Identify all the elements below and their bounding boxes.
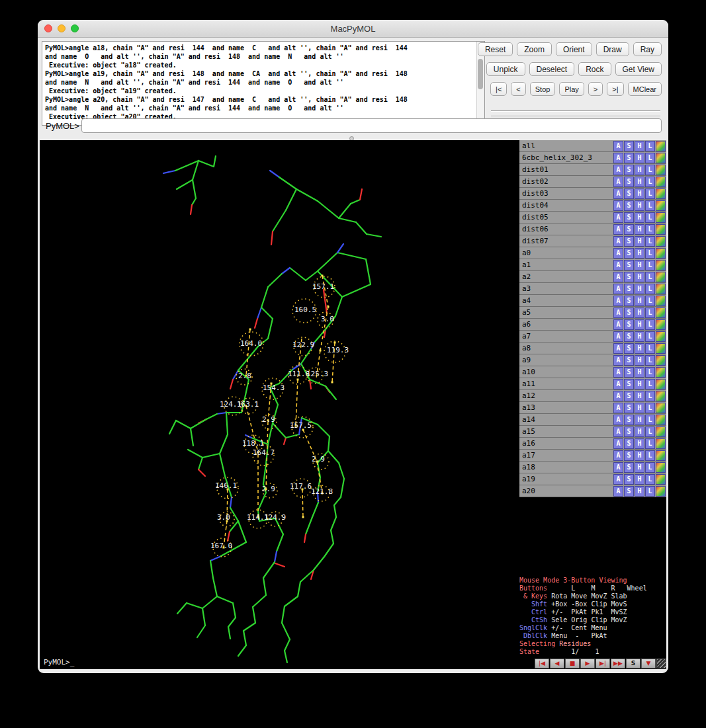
object-name[interactable]: dist03 xyxy=(519,189,613,198)
object-name[interactable]: a16 xyxy=(519,439,613,448)
object-s-button[interactable]: S xyxy=(624,450,634,461)
object-name[interactable]: a13 xyxy=(519,403,613,412)
object-a-button[interactable]: A xyxy=(613,379,623,389)
object-l-button[interactable]: L xyxy=(645,474,655,485)
feedback-console[interactable]: PyMOL>angle a18, chain "A" and resi 144 … xyxy=(42,41,485,126)
object-a-button[interactable]: A xyxy=(613,450,623,461)
object-s-button[interactable]: S xyxy=(624,379,634,389)
transport-button-4[interactable]: ▶| xyxy=(596,659,610,668)
object-a-button[interactable]: A xyxy=(613,212,623,223)
object-name[interactable]: a18 xyxy=(519,463,613,471)
object-color-button[interactable] xyxy=(656,355,666,366)
object-h-button[interactable]: H xyxy=(635,331,644,342)
object-a-button[interactable]: A xyxy=(613,236,623,247)
object-row-a5[interactable]: a5ASHL xyxy=(519,307,666,319)
control-button-deselect[interactable]: Deselect xyxy=(529,62,575,76)
object-s-button[interactable]: S xyxy=(624,438,634,449)
object-l-button[interactable]: L xyxy=(645,284,655,294)
control-button-[interactable]: < xyxy=(511,82,525,96)
object-name[interactable]: a11 xyxy=(519,380,613,388)
object-color-button[interactable] xyxy=(656,486,666,497)
object-h-button[interactable]: H xyxy=(635,284,644,294)
object-a-button[interactable]: A xyxy=(613,438,623,449)
object-a-button[interactable]: A xyxy=(613,343,623,354)
object-l-button[interactable]: L xyxy=(645,331,655,342)
control-button-zoom[interactable]: Zoom xyxy=(517,42,552,56)
object-h-button[interactable]: H xyxy=(635,426,644,437)
object-l-button[interactable]: L xyxy=(645,343,655,354)
object-row-a15[interactable]: a15ASHL xyxy=(519,426,666,438)
object-s-button[interactable]: S xyxy=(624,343,634,354)
object-row-a20[interactable]: a20ASHL xyxy=(519,485,666,497)
object-a-button[interactable]: A xyxy=(613,284,623,294)
object-s-button[interactable]: S xyxy=(624,426,634,437)
transport-menu-button[interactable]: ▼ xyxy=(641,659,656,668)
object-color-button[interactable] xyxy=(656,331,666,342)
object-row-dist04[interactable]: dist04ASHL xyxy=(519,200,666,212)
object-row-dist05[interactable]: dist05ASHL xyxy=(519,212,666,223)
control-button-unpick[interactable]: Unpick xyxy=(486,62,525,76)
object-h-button[interactable]: H xyxy=(635,462,644,473)
object-l-button[interactable]: L xyxy=(645,141,655,151)
object-color-button[interactable] xyxy=(656,307,666,318)
object-s-button[interactable]: S xyxy=(624,200,634,211)
object-row-a0[interactable]: a0ASHL xyxy=(519,247,666,259)
object-h-button[interactable]: H xyxy=(635,391,644,401)
object-a-button[interactable]: A xyxy=(613,260,623,270)
object-l-button[interactable]: L xyxy=(645,426,655,437)
object-name[interactable]: a19 xyxy=(519,475,613,483)
object-name[interactable]: a2 xyxy=(519,272,613,281)
control-button-orient[interactable]: Orient xyxy=(556,42,592,56)
object-s-button[interactable]: S xyxy=(624,355,634,366)
object-name[interactable]: a10 xyxy=(519,368,613,376)
object-row-a2[interactable]: a2ASHL xyxy=(519,271,666,283)
object-a-button[interactable]: A xyxy=(613,177,623,187)
object-color-button[interactable] xyxy=(656,415,666,425)
object-row-dist07[interactable]: dist07ASHL xyxy=(519,235,666,247)
object-row-dist01[interactable]: dist01ASHL xyxy=(519,164,666,176)
object-h-button[interactable]: H xyxy=(635,296,644,306)
object-name[interactable]: dist05 xyxy=(519,213,613,222)
object-h-button[interactable]: H xyxy=(635,319,644,330)
object-row-a4[interactable]: a4ASHL xyxy=(519,295,666,307)
object-a-button[interactable]: A xyxy=(613,426,623,437)
object-color-button[interactable] xyxy=(656,438,666,449)
minimize-button[interactable] xyxy=(58,24,66,32)
object-row-all[interactable]: allASHL xyxy=(519,140,666,152)
object-a-button[interactable]: A xyxy=(613,391,623,401)
object-l-button[interactable]: L xyxy=(645,403,655,413)
object-h-button[interactable]: H xyxy=(635,474,644,485)
object-s-button[interactable]: S xyxy=(624,141,634,151)
object-color-button[interactable] xyxy=(656,284,666,294)
object-name[interactable]: a17 xyxy=(519,451,613,460)
object-row-dist06[interactable]: dist06ASHL xyxy=(519,223,666,235)
control-button-[interactable]: |< xyxy=(490,82,507,96)
object-h-button[interactable]: H xyxy=(635,415,644,425)
object-color-button[interactable] xyxy=(656,272,666,282)
control-button-getview[interactable]: Get View xyxy=(615,62,662,76)
object-a-button[interactable]: A xyxy=(613,296,623,306)
transport-button-0[interactable]: |◀ xyxy=(535,659,549,668)
object-color-button[interactable] xyxy=(656,343,666,354)
object-row-a8[interactable]: a8ASHL xyxy=(519,343,666,354)
object-row-6cbc_helix_302_3[interactable]: 6cbc_helix_302_3ASHL xyxy=(519,152,666,164)
object-a-button[interactable]: A xyxy=(613,486,623,497)
object-row-dist02[interactable]: dist02ASHL xyxy=(519,176,666,188)
object-name[interactable]: a12 xyxy=(519,391,613,400)
object-h-button[interactable]: H xyxy=(635,307,644,318)
object-name[interactable]: all xyxy=(519,142,613,150)
object-name[interactable]: a5 xyxy=(519,308,613,317)
object-l-button[interactable]: L xyxy=(645,272,655,282)
object-l-button[interactable]: L xyxy=(645,248,655,259)
object-l-button[interactable]: L xyxy=(645,438,655,449)
object-row-a14[interactable]: a14ASHL xyxy=(519,414,666,426)
object-a-button[interactable]: A xyxy=(613,415,623,425)
object-l-button[interactable]: L xyxy=(645,177,655,187)
object-color-button[interactable] xyxy=(656,474,666,485)
object-s-button[interactable]: S xyxy=(624,236,634,247)
control-button-[interactable]: >| xyxy=(607,82,623,96)
object-a-button[interactable]: A xyxy=(613,153,623,163)
object-name[interactable]: a14 xyxy=(519,415,613,424)
object-name[interactable]: a1 xyxy=(519,261,613,269)
object-l-button[interactable]: L xyxy=(645,462,655,473)
